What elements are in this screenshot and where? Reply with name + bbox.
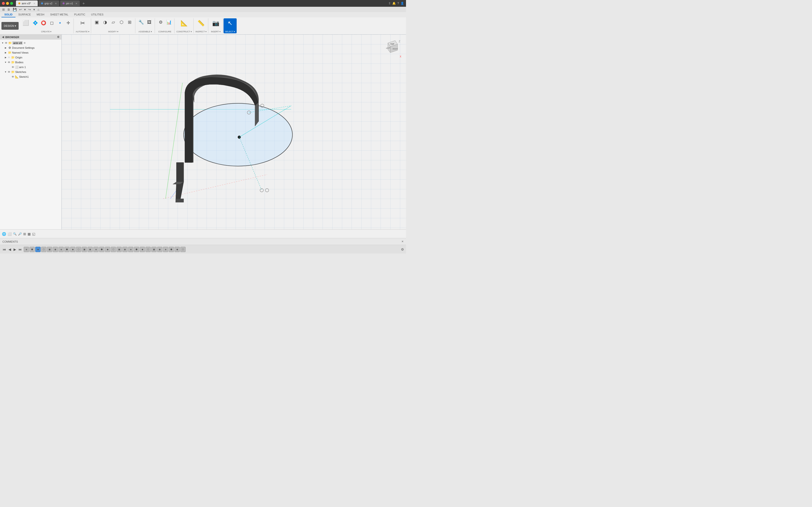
notification-icon[interactable]: 🔔 — [392, 2, 396, 5]
tab-close-arm[interactable]: ✕ — [33, 2, 35, 5]
tree-item-sketches[interactable]: ▼ 👁 📁 Sketches — [0, 69, 61, 74]
browser-collapse-icon[interactable]: ◀ — [2, 36, 4, 39]
tree-eye-origin[interactable]: 👁 — [8, 56, 10, 59]
grid-icon[interactable]: ⊞ — [1, 8, 6, 11]
help-icon[interactable]: ? — [397, 2, 399, 5]
tab-surface[interactable]: SURFACE — [15, 12, 34, 17]
tab-pin-v1[interactable]: pin v1 ✕ — [60, 0, 80, 6]
chamfer-btn[interactable]: ▱ — [109, 19, 117, 25]
user-icon[interactable]: 👤 — [400, 2, 404, 5]
timeline-item-26[interactable]: ◆ — [174, 247, 180, 252]
extrude-btn[interactable]: 💠 — [32, 19, 39, 26]
timeline-item-11[interactable]: ◉ — [88, 247, 93, 252]
tree-item-bodies[interactable]: ▼ 👁 📁 Bodies — [0, 60, 61, 65]
timeline-item-14[interactable]: ◆ — [105, 247, 110, 252]
zoom-fit-icon[interactable]: 🔍 — [13, 232, 17, 236]
timeline-item-3[interactable]: ⬡ — [41, 247, 46, 252]
zoom-out-icon[interactable]: 🔎 — [18, 232, 22, 236]
tree-eye-sketch1[interactable]: 👁 — [12, 75, 14, 78]
timeline-item-13[interactable]: ⬟ — [99, 247, 104, 252]
fillet-btn[interactable]: ◑ — [101, 19, 109, 25]
inspect-label[interactable]: INSPECT ▾ — [196, 31, 207, 33]
tree-item-arm-v3[interactable]: ▼ 👁 📁 arm v3 ⚙ — [0, 41, 61, 45]
tab-utilities[interactable]: UTILITIES — [88, 12, 106, 17]
tab-plastic[interactable]: PLASTIC — [71, 12, 88, 17]
timeline-item-25[interactable]: ⬟ — [169, 247, 174, 252]
tab-close-grip[interactable]: ✕ — [55, 2, 57, 5]
tree-item-doc-settings[interactable]: ▶ ⚙ Document Settings — [0, 45, 61, 50]
tab-sheetmetal[interactable]: SHEET METAL — [47, 12, 71, 17]
tree-eye-sketches[interactable]: 👁 — [8, 70, 10, 73]
tree-item-named-views[interactable]: ▶ 📁 Named Views — [0, 50, 61, 55]
timeline-item-5[interactable]: ◉ — [53, 247, 58, 252]
timeline-item-17[interactable]: ◉ — [122, 247, 128, 252]
tree-expand-origin[interactable]: ▶ — [4, 56, 7, 59]
revolve-btn[interactable]: ⭕ — [40, 19, 47, 26]
timeline-next-icon[interactable]: ⏭ — [18, 247, 23, 251]
share-icon[interactable]: ⇧ — [388, 2, 391, 5]
timeline-item-19[interactable]: ⬟ — [134, 247, 139, 252]
save-icon[interactable]: 💾 — [12, 8, 17, 11]
new-component-btn[interactable]: ⬜ — [20, 19, 31, 27]
insert-btn[interactable]: 📷 — [210, 19, 221, 27]
file-icon[interactable]: 🗎 — [6, 8, 11, 11]
maximize-window-btn[interactable] — [10, 2, 13, 5]
tree-eye-bodies[interactable]: 👁 — [8, 61, 10, 64]
tree-item-sketch1[interactable]: 👁 📐 Sketch1 — [0, 74, 61, 79]
tree-item-arm1[interactable]: 👁 ⬜ arm 1 — [0, 65, 61, 69]
timeline-item-8[interactable]: ◆ — [70, 247, 75, 252]
select-btn[interactable]: ↖ — [226, 19, 235, 27]
shell-btn[interactable]: ⬡ — [118, 19, 125, 25]
redo-dropdown-icon[interactable]: ▾ — [33, 8, 36, 11]
timeline-item-12[interactable]: ◈ — [93, 247, 99, 252]
tab-grip-v2[interactable]: grip v2 ✕ — [39, 0, 59, 6]
timeline-start-icon[interactable]: ⏮ — [2, 247, 7, 251]
timeline-settings-icon[interactable]: ⚙ — [401, 247, 404, 251]
assemble-btn2[interactable]: 🖼 — [146, 19, 153, 25]
timeline-prev-icon[interactable]: ◀ — [8, 247, 12, 251]
redo-icon[interactable]: ↪ — [28, 8, 32, 11]
timeline-item-18[interactable]: ◈ — [128, 247, 134, 252]
timeline-item-4[interactable]: ▣ — [47, 247, 52, 252]
browser-settings-icon[interactable]: ⚙ — [57, 36, 59, 39]
tree-expand-named-views[interactable]: ▶ — [4, 51, 7, 54]
configure-btn2[interactable]: 📊 — [165, 19, 173, 25]
view-cube[interactable]: Z X TOP FRONT RIGHT — [384, 39, 401, 56]
minimize-window-btn[interactable] — [6, 2, 9, 5]
tab-solid[interactable]: SOLID — [1, 12, 15, 17]
tree-expand-sketches[interactable]: ▼ — [4, 70, 7, 74]
timeline-item-15[interactable]: ⬡ — [111, 247, 116, 252]
move-btn[interactable]: ✛ — [64, 19, 72, 26]
timeline-item-9[interactable]: ⬡ — [76, 247, 81, 252]
snap-icon[interactable]: ◱ — [32, 232, 35, 236]
configure-btn1[interactable]: ⚙ — [157, 19, 164, 25]
home-icon[interactable]: ⌂ — [37, 8, 40, 11]
comments-close-icon[interactable]: ✕ — [401, 240, 404, 243]
arm-settings-icon[interactable]: ⚙ — [24, 42, 26, 44]
construct-label[interactable]: CONSTRUCT ▾ — [176, 31, 192, 33]
tab-close-pin[interactable]: ✕ — [75, 2, 77, 5]
timeline-play-icon[interactable]: ▶ — [13, 247, 17, 251]
assemble-label[interactable]: ASSEMBLE ▾ — [139, 31, 152, 33]
timeline-item-10[interactable]: ▣ — [82, 247, 87, 252]
timeline-item-21[interactable]: ⬡ — [146, 247, 151, 252]
tree-expand-bodies[interactable]: ▼ — [4, 61, 7, 64]
tree-eye-arm1[interactable]: 👁 — [12, 66, 14, 68]
joint-icon[interactable]: 🌐 — [2, 232, 6, 236]
new-tab-button[interactable]: ＋ — [81, 1, 87, 6]
layout-icon[interactable]: ⊞ — [23, 232, 26, 236]
modify-label[interactable]: MODIFY ▾ — [108, 31, 118, 33]
close-window-btn[interactable] — [2, 2, 5, 5]
tree-expand-arm[interactable]: ▼ — [1, 41, 4, 45]
loft-btn[interactable]: 🔹 — [56, 19, 64, 26]
undo-icon[interactable]: ↩ — [18, 8, 22, 11]
timeline-item-6[interactable]: ◈ — [58, 247, 64, 252]
assemble-btn1[interactable]: 🔧 — [137, 19, 145, 25]
tab-arm-v3[interactable]: arm v3* ✕ — [16, 0, 38, 6]
design-button[interactable]: DESIGN ▾ — [1, 22, 18, 30]
timeline-item-20[interactable]: ◆ — [140, 247, 145, 252]
timeline-item-22[interactable]: ▣ — [151, 247, 157, 252]
automate-btn[interactable]: ✂ — [78, 19, 87, 27]
timeline-item-0[interactable]: ◈ — [24, 247, 29, 252]
timeline-item-24[interactable]: ◈ — [163, 247, 168, 252]
